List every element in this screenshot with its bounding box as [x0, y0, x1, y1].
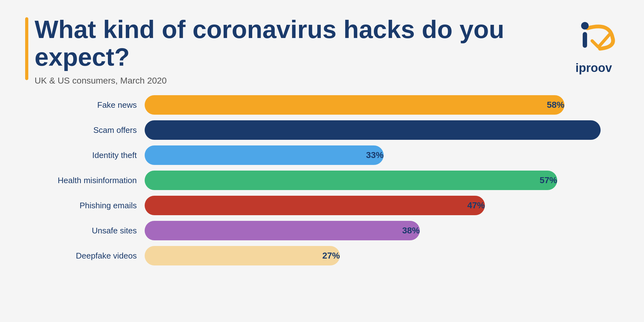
bar-label: Identity theft [38, 150, 145, 160]
bar-container: 57% [145, 171, 619, 190]
subtitle: UK & US consumers, March 2020 [35, 76, 569, 86]
bar: 33% [145, 145, 384, 165]
bar: 63% [145, 120, 601, 140]
bar-row: Identity theft33% [38, 145, 619, 165]
bar: 38% [145, 221, 420, 240]
bar-label: Health misinformation [38, 176, 145, 185]
bar-value: 27% [322, 251, 340, 261]
bar-label: Scam offers [38, 125, 145, 135]
bar-row: Health misinformation57% [38, 171, 619, 190]
bar: 27% [145, 246, 340, 265]
logo-icon [569, 19, 619, 60]
bar-container: 47% [145, 196, 619, 215]
bar-value: 63% [583, 125, 601, 135]
bar: 57% [145, 171, 557, 190]
bar-container: 63% [145, 120, 619, 140]
bar: 47% [145, 196, 485, 215]
header: What kind of coronavirus hacks do you ex… [25, 16, 619, 86]
bar-label: Deepfake videos [38, 251, 145, 261]
bar-value: 33% [366, 150, 384, 160]
bar-value: 47% [467, 200, 485, 210]
main-title: What kind of coronavirus hacks do you ex… [35, 16, 569, 71]
bar-row: Scam offers63% [38, 120, 619, 140]
chart-area: Fake news58%Scam offers63%Identity theft… [25, 95, 619, 265]
bar-container: 33% [145, 145, 619, 165]
bar-label: Phishing emails [38, 201, 145, 210]
title-section: What kind of coronavirus hacks do you ex… [25, 16, 569, 86]
bar-row: Unsafe sites38% [38, 221, 619, 240]
bar-row: Deepfake videos27% [38, 246, 619, 265]
svg-rect-1 [583, 32, 587, 48]
logo-area: iproov [569, 16, 619, 75]
bar-row: Fake news58% [38, 95, 619, 115]
bar-row: Phishing emails47% [38, 196, 619, 215]
title-text: What kind of coronavirus hacks do you ex… [35, 16, 569, 86]
infographic-card: What kind of coronavirus hacks do you ex… [0, 0, 644, 322]
accent-bar [25, 17, 28, 80]
bar-container: 27% [145, 246, 619, 265]
bar-value: 38% [402, 226, 420, 236]
bar-label: Unsafe sites [38, 226, 145, 236]
logo-name: iproov [575, 61, 612, 75]
bar-value: 57% [540, 175, 557, 185]
bar-value: 58% [547, 100, 564, 110]
bar-label: Fake news [38, 100, 145, 110]
svg-point-0 [581, 22, 589, 30]
bar: 58% [145, 95, 564, 115]
bar-container: 38% [145, 221, 619, 240]
bar-container: 58% [145, 95, 619, 115]
